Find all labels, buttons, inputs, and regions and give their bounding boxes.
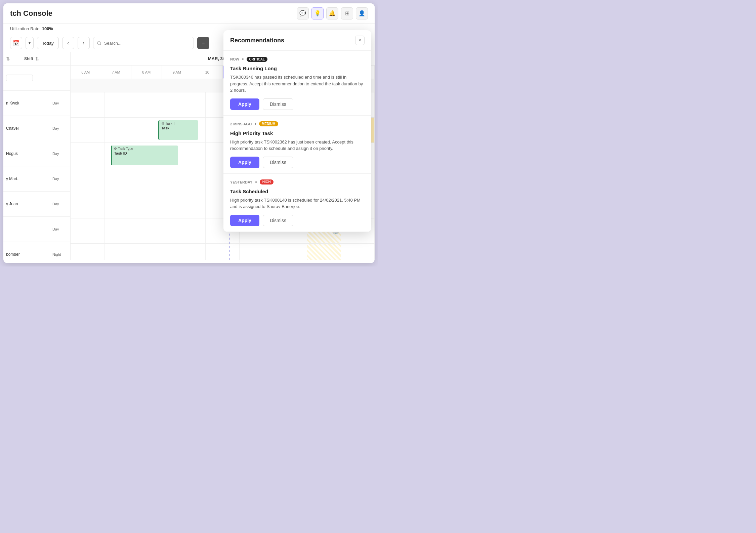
cell-chavel-9	[172, 118, 206, 142]
prev-date-btn[interactable]: ‹	[62, 37, 74, 49]
employee-row-mart: y Mart.. Day	[3, 166, 70, 192]
shift-label-empty: Day	[52, 227, 68, 231]
cell-bomber-8	[138, 244, 172, 260]
cell-empty-6	[71, 218, 104, 243]
apply-button-1[interactable]: Apply	[230, 157, 259, 168]
cell-juan-9	[172, 193, 206, 218]
rec-item-1: 2 MINS AGO • MEDIUM High Priority Task H…	[223, 116, 371, 174]
rec-body: NOW • CRITICAL Task Running Long TSK0003…	[223, 51, 371, 232]
cell-bomber-7pm	[341, 244, 375, 260]
utilization-label: Utilization Rate:	[10, 26, 41, 31]
filter-btn[interactable]: ≡	[197, 37, 209, 49]
cell-bomber-9	[172, 244, 206, 260]
cell-bomber-10	[206, 244, 240, 260]
cell-kwok-9	[172, 92, 206, 117]
rec-item-2: YESTERDAY • HIGH Task Scheduled High pri…	[223, 174, 371, 232]
search-input[interactable]	[93, 37, 194, 49]
time-9am: 9 AM	[162, 66, 193, 79]
cell-bomber-7	[104, 244, 138, 260]
shift-label-juan: Day	[52, 202, 68, 206]
gear-icon-hogus: ⚙	[114, 147, 117, 151]
shift-label-chavel: Day	[52, 126, 68, 130]
rec-dot-2: •	[255, 179, 257, 185]
rec-meta-2: YESTERDAY • HIGH	[230, 179, 365, 185]
gear-icon-chavel: ⚙	[161, 122, 164, 125]
chat-icon-btn[interactable]: 💬	[297, 7, 309, 19]
rec-actions-2: Apply Dismiss	[230, 215, 365, 226]
cell-bomber-11	[240, 244, 274, 260]
cell-mart-8	[138, 168, 172, 193]
recommendations-panel: Recommendations × NOW • CRITICAL Task Ru…	[223, 30, 371, 232]
app-title: tch Console	[10, 9, 52, 18]
employee-name-hogus: Hogus	[6, 151, 50, 156]
rec-time-2: YESTERDAY	[230, 180, 252, 184]
cell-empty-7	[104, 218, 138, 243]
rec-title-2: Task Scheduled	[230, 189, 365, 194]
cell-bomber-12	[273, 244, 307, 260]
rec-title-1: High Priority Task	[230, 130, 365, 136]
next-date-btn[interactable]: ›	[78, 37, 90, 49]
employee-row-hogus: Hogus Day	[3, 141, 70, 166]
rec-dot-0: •	[242, 56, 244, 62]
dismiss-button-1[interactable]: Dismiss	[263, 157, 293, 168]
dropdown-arrow-btn[interactable]: ▾	[26, 37, 34, 49]
shift-label-kwok: Day	[52, 101, 68, 105]
rec-desc-0: TSK000346 has passed its scheduled end t…	[230, 74, 365, 94]
shift-label-bomber: Night	[52, 252, 68, 256]
time-10am: 10	[192, 66, 223, 79]
close-panel-button[interactable]: ×	[355, 36, 365, 45]
rec-panel-title: Recommendations	[230, 37, 284, 44]
rec-meta-1: 2 MINS AGO • MEDIUM	[230, 121, 365, 127]
today-button[interactable]: Today	[37, 37, 59, 49]
employee-name-juan: y Juan	[6, 202, 50, 206]
cell-kwok-6	[71, 92, 104, 117]
sort-icon-1[interactable]: ⇅	[6, 56, 10, 62]
cell-kwok-7	[104, 92, 138, 117]
user-icon-btn[interactable]: 👤	[356, 7, 368, 19]
header: tch Console 💬 💡 🔔 ⊞ 👤	[3, 3, 375, 24]
calendar-icon-btn[interactable]: 📅	[10, 37, 22, 49]
shift-label-mart: Day	[52, 177, 68, 181]
cell-hogus-7: ⚙ Task Type Task ID	[104, 143, 138, 168]
rec-badge-0: CRITICAL	[247, 57, 268, 62]
cell-chavel-7	[104, 118, 138, 142]
shift-column-header: Shift	[24, 56, 33, 61]
cell-hogus-8	[138, 143, 172, 168]
cell-chavel-8: ⚙ Task T Task	[138, 118, 172, 142]
cell-kwok-8	[138, 92, 172, 117]
cell-empty-9	[172, 218, 206, 243]
rec-actions-1: Apply Dismiss	[230, 157, 365, 168]
rec-badge-2: HIGH	[260, 179, 274, 184]
cell-hogus-9	[172, 143, 206, 168]
apply-button-2[interactable]: Apply	[230, 215, 259, 226]
grid-icon-btn[interactable]: ⊞	[341, 7, 353, 19]
cell-juan-8	[138, 193, 172, 218]
rec-time-1: 2 MINS AGO	[230, 122, 252, 126]
employee-name-mart: y Mart..	[6, 176, 50, 181]
shift-label-hogus: Day	[52, 152, 68, 156]
lightbulb-icon-btn[interactable]: 💡	[311, 7, 324, 19]
rec-meta-0: NOW • CRITICAL	[230, 56, 365, 62]
bell-icon-btn[interactable]: 🔔	[326, 7, 338, 19]
cell-bomber-6	[71, 244, 104, 260]
filter-input-0[interactable]	[6, 75, 33, 81]
sort-icon-2[interactable]: ⇅	[35, 56, 39, 62]
time-7am: 7 AM	[101, 66, 132, 79]
rec-actions-0: Apply Dismiss	[230, 98, 365, 110]
time-6am: 6 AM	[71, 66, 101, 79]
employee-name-kwok: n Kwok	[6, 101, 50, 106]
cell-empty-8	[138, 218, 172, 243]
cell-mart-6	[71, 168, 104, 193]
rec-time-0: NOW	[230, 57, 239, 61]
rec-item-0: NOW • CRITICAL Task Running Long TSK0003…	[223, 51, 371, 116]
dismiss-button-2[interactable]: Dismiss	[263, 215, 293, 226]
apply-button-0[interactable]: Apply	[230, 98, 259, 110]
grid-row-bomber	[71, 244, 375, 260]
dismiss-button-0[interactable]: Dismiss	[263, 98, 293, 110]
employee-row-empty: Day	[3, 217, 70, 242]
employee-row-juan: y Juan Day	[3, 192, 70, 217]
employee-row-bomber: bomber Night	[3, 242, 70, 260]
rec-desc-2: High priority task TSK000140 is schedule…	[230, 197, 365, 210]
employee-name-bomber: bomber	[6, 252, 50, 257]
utilization-value: 100%	[42, 26, 53, 31]
